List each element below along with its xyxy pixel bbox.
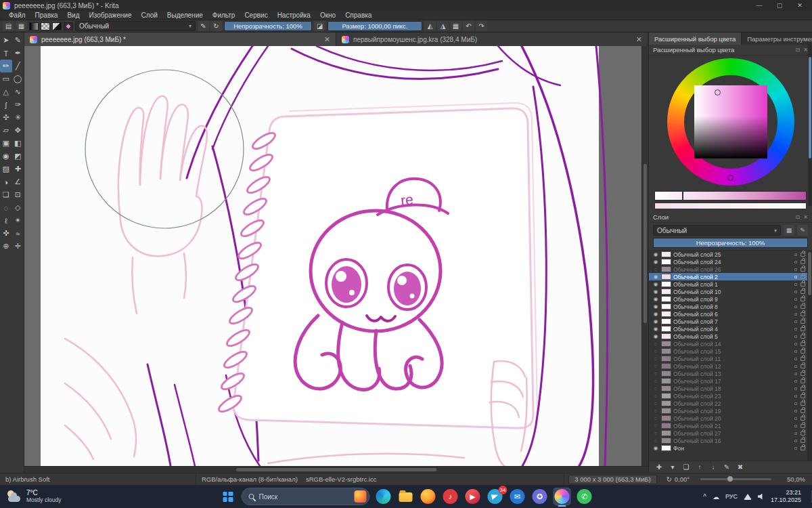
layer-lock-icon[interactable] xyxy=(800,260,805,264)
whatsapp-icon[interactable]: ✆ xyxy=(576,488,593,505)
alpha-lock-icon[interactable]: α xyxy=(794,266,797,272)
layer-row[interactable]: ◉ Обычный слой 10 α xyxy=(649,288,812,295)
bezier-select-tool[interactable]: ✜ xyxy=(0,227,12,240)
ellipse-select-tool[interactable]: ◌ xyxy=(0,201,12,214)
zoom-slider[interactable] xyxy=(700,478,771,480)
close-docker-icon[interactable]: ✕ xyxy=(803,47,808,53)
opacity-slider[interactable]: Непрозрачность: 100% xyxy=(224,21,312,31)
layer-lock-icon[interactable] xyxy=(800,387,805,391)
volume-icon[interactable] xyxy=(758,494,765,500)
horizontal-mirror-icon[interactable]: ◭ xyxy=(424,21,436,31)
calligraphy-tool[interactable]: ✒ xyxy=(12,47,24,60)
rectangle-tool[interactable]: ▭ xyxy=(0,72,12,85)
value-strip[interactable] xyxy=(654,203,807,209)
pattern-swatch[interactable] xyxy=(41,22,50,30)
layer-blend-mode-select[interactable]: Обычный ▾ xyxy=(653,225,781,236)
layer-lock-icon[interactable] xyxy=(800,253,805,257)
tray-chevron-icon[interactable]: ^ xyxy=(703,493,706,501)
alpha-lock-icon[interactable]: α xyxy=(794,423,797,429)
canvas-viewport[interactable]: re xyxy=(24,46,641,466)
layer-visibility-icon[interactable]: ◉ xyxy=(652,333,659,339)
zoom-tool[interactable]: ⊕ xyxy=(0,240,12,253)
reload-preset-icon[interactable]: ↻ xyxy=(210,21,222,31)
alpha-lock-icon[interactable]: α xyxy=(794,400,797,406)
layer-lock-icon[interactable] xyxy=(800,320,805,324)
menu-item[interactable]: Окно xyxy=(315,12,340,19)
layer-visibility-icon[interactable]: ◉ xyxy=(652,281,659,287)
smart-patch-tool[interactable]: ✚ xyxy=(12,163,24,175)
layer-row[interactable]: ◉ Обычный слой 1 α xyxy=(649,280,812,288)
document-tab[interactable]: первыйпромоушенс.jpg.kra (328,4 МиБ) ✕ xyxy=(336,33,648,46)
menu-item[interactable]: Изображение xyxy=(84,12,136,19)
layer-lock-icon[interactable] xyxy=(800,312,805,316)
gradient-swatch[interactable] xyxy=(29,22,39,30)
layer-lock-icon[interactable] xyxy=(800,268,805,272)
layer-row[interactable]: ○ Обычный слой 23 α xyxy=(649,392,812,400)
alpha-lock-icon[interactable]: α xyxy=(794,385,797,391)
layer-row[interactable]: ○ Обычный слой 17 α xyxy=(649,377,812,385)
saturation-value-square[interactable] xyxy=(694,85,767,158)
layer-visibility-icon[interactable]: ○ xyxy=(652,266,659,272)
layer-lock-icon[interactable] xyxy=(800,282,805,287)
layer-visibility-icon[interactable]: ◉ xyxy=(652,318,659,324)
bezier-curve-tool[interactable]: ʃ xyxy=(0,98,12,111)
docker-tab[interactable]: Параметры инструмента xyxy=(742,33,812,45)
layer-row[interactable]: ○ Обычный слой 15 α xyxy=(649,347,812,355)
gradient-tool[interactable]: ◧ xyxy=(12,137,24,150)
brush-preset-chip[interactable] xyxy=(64,22,73,30)
layer-row[interactable]: ◉ Обычный слой 25 α xyxy=(649,251,812,258)
eraser-mode-icon[interactable]: ◪ xyxy=(314,21,325,31)
layer-view-mode-button[interactable]: ✎ xyxy=(797,225,808,236)
alpha-lock-icon[interactable]: α xyxy=(794,445,797,451)
move-layer-down-button[interactable]: ↓ xyxy=(707,462,719,472)
layer-visibility-icon[interactable]: ○ xyxy=(652,363,659,369)
fill-tool[interactable]: ◩ xyxy=(12,150,24,163)
layer-visibility-icon[interactable]: ◉ xyxy=(652,259,659,265)
freehand-select-tool[interactable]: ℓ xyxy=(0,214,12,227)
layer-row[interactable]: ◉ Фон α xyxy=(649,444,812,452)
alpha-lock-icon[interactable]: α xyxy=(794,408,797,414)
layer-lock-icon[interactable] xyxy=(800,350,805,354)
layer-row[interactable]: ○ Обычный слой 21 α xyxy=(649,422,812,429)
new-document-icon[interactable]: ▤ xyxy=(3,21,14,31)
shade-strip[interactable] xyxy=(654,191,807,200)
layer-row[interactable]: ◉ Обычный слой 4 α xyxy=(649,325,812,333)
redo-icon[interactable]: ↷ xyxy=(476,21,487,31)
float-docker-icon[interactable]: ⊡ xyxy=(796,214,800,220)
hue-ring[interactable] xyxy=(667,58,794,186)
layer-lock-icon[interactable] xyxy=(800,379,805,383)
duplicate-layer-button[interactable]: ❏ xyxy=(680,462,692,472)
mail-app-icon[interactable]: ✉ xyxy=(509,488,526,505)
document-tab[interactable]: peeeeeee.jpg (663,3 МиБ) * ✕ xyxy=(24,33,336,46)
layer-visibility-icon[interactable]: ○ xyxy=(652,408,659,414)
alpha-lock-icon[interactable]: α xyxy=(794,415,797,421)
layer-lock-icon[interactable] xyxy=(800,431,805,436)
vertical-mirror-icon[interactable]: ◮ xyxy=(437,21,449,31)
layer-visibility-icon[interactable]: ○ xyxy=(652,423,659,429)
layer-lock-icon[interactable] xyxy=(800,297,805,301)
dynamic-brush-tool[interactable]: ✣ xyxy=(0,111,12,124)
layer-visibility-icon[interactable]: ○ xyxy=(652,415,659,421)
layer-lock-icon[interactable] xyxy=(800,424,805,428)
edit-shapes-tool[interactable]: ✎ xyxy=(12,34,24,47)
discord-icon[interactable]: ✪ xyxy=(531,488,549,505)
polyline-tool[interactable]: ∿ xyxy=(12,85,24,98)
file-explorer-icon[interactable] xyxy=(397,488,415,505)
similar-color-select-tool[interactable]: ✴ xyxy=(12,214,24,227)
layer-row[interactable]: ◉ Обычный слой 2 α xyxy=(649,273,812,280)
clock[interactable]: 23:21 17.10.2025 xyxy=(771,489,801,504)
alpha-lock-icon[interactable]: α xyxy=(794,371,797,377)
horizontal-scrollbar[interactable] xyxy=(24,466,648,473)
layer-lock-icon[interactable] xyxy=(800,402,805,406)
zoom-level[interactable]: 50,0% xyxy=(777,473,812,485)
layer-lock-icon[interactable] xyxy=(800,335,805,339)
layer-visibility-icon[interactable]: ○ xyxy=(652,393,659,399)
layer-row[interactable]: ◉ Обычный слой 9 α xyxy=(649,295,812,303)
layer-visibility-icon[interactable]: ◉ xyxy=(652,251,659,257)
layer-visibility-icon[interactable]: ○ xyxy=(652,341,659,347)
alpha-lock-icon[interactable]: α xyxy=(794,430,797,436)
layer-lock-icon[interactable] xyxy=(800,342,805,346)
alpha-lock-icon[interactable]: α xyxy=(794,296,797,302)
layer-row[interactable]: ○ Обычный слой 14 α xyxy=(649,340,812,347)
layer-lock-icon[interactable] xyxy=(800,439,805,443)
